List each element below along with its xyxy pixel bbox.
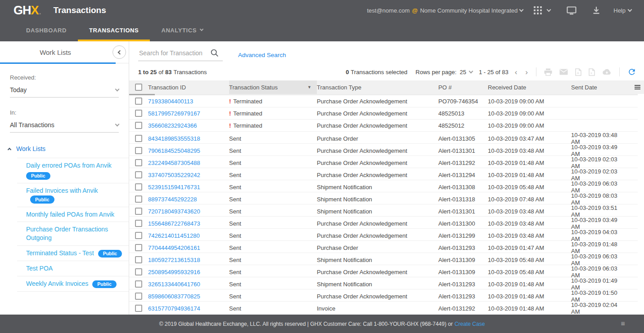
worklist-item[interactable]: Terminated Status - TestPublic bbox=[17, 246, 129, 261]
transaction-id-link[interactable]: 7426214011451280 bbox=[148, 232, 229, 239]
create-case-link[interactable]: Create Case bbox=[455, 321, 485, 327]
row-checkbox[interactable] bbox=[135, 147, 142, 154]
transaction-id-link[interactable]: 5239151594176731 bbox=[148, 184, 229, 191]
received-date: 10-03-2019 03:48 AM bbox=[488, 208, 571, 215]
rows-per-page-select[interactable]: Rows per page: 25 bbox=[415, 69, 473, 75]
in-filter-select[interactable]: All Transactions bbox=[10, 121, 119, 133]
row-checkbox[interactable] bbox=[135, 256, 142, 263]
transaction-id-link[interactable]: 71933804400113 bbox=[148, 98, 229, 105]
row-checkbox[interactable] bbox=[135, 293, 142, 300]
transaction-id-link[interactable]: 889737445292228 bbox=[148, 196, 229, 203]
worklist-item[interactable]: Daily errored POAs from AnvikPublic bbox=[17, 158, 129, 183]
row-checkbox[interactable] bbox=[135, 122, 142, 129]
transaction-type: Purchase Order Acknowledgement bbox=[317, 232, 438, 239]
worklist-item[interactable]: Purchase Order Transactions Outgoing bbox=[17, 222, 129, 246]
search-icon[interactable] bbox=[210, 49, 219, 58]
row-checkbox[interactable] bbox=[135, 171, 142, 178]
row-checkbox[interactable] bbox=[135, 268, 142, 275]
transaction-id-link[interactable]: 8598606083770825 bbox=[148, 293, 229, 300]
transaction-type: Purchase Order bbox=[317, 244, 438, 251]
worklist-item-link[interactable]: Test POA bbox=[26, 265, 53, 272]
transaction-id-link[interactable]: 356608232924366 bbox=[148, 122, 229, 129]
worklist-item[interactable]: Monthly failed POAs from Anvik bbox=[17, 207, 129, 222]
row-checkbox[interactable] bbox=[135, 195, 142, 203]
transaction-type: Purchase Order Acknowledgement bbox=[317, 293, 438, 300]
sidebar-collapse-button[interactable] bbox=[113, 45, 126, 59]
status-text: Sent bbox=[229, 147, 241, 154]
transaction-id-link[interactable]: 3265133440641760 bbox=[148, 281, 229, 288]
row-checkbox[interactable] bbox=[135, 280, 142, 288]
table-row: 3374075035229242SentPurchase Order Ackno… bbox=[129, 168, 638, 180]
transaction-id-link[interactable]: 3374075035229242 bbox=[148, 172, 229, 178]
apps-chevron-down-icon bbox=[547, 7, 551, 12]
search-input[interactable] bbox=[138, 49, 210, 57]
transaction-id-link[interactable]: 2508954995932916 bbox=[148, 269, 229, 275]
export-excel-button[interactable]: x bbox=[587, 68, 596, 76]
worklist-item-link[interactable]: Monthly failed POAs from Anvik bbox=[26, 211, 114, 218]
transaction-status: Sent bbox=[229, 160, 317, 166]
advanced-search-link[interactable]: Advanced Search bbox=[238, 52, 286, 58]
transaction-id-link[interactable]: 2322494587305488 bbox=[148, 160, 229, 166]
horizontal-scrollbar[interactable] bbox=[129, 94, 638, 95]
column-header-transaction-id[interactable]: Transaction ID bbox=[148, 80, 229, 94]
transaction-id-link[interactable]: 6315770794936174 bbox=[148, 305, 229, 312]
tab-label: DASHBOARD bbox=[26, 27, 67, 34]
scrollbar-thumb[interactable] bbox=[129, 94, 155, 95]
worklist-item-link[interactable]: Daily errored POAs from Anvik bbox=[26, 162, 112, 169]
header-checkbox[interactable] bbox=[135, 84, 142, 91]
row-checkbox[interactable] bbox=[135, 159, 142, 166]
print-button[interactable] bbox=[543, 68, 554, 76]
worklist-item[interactable]: Weekly Anvik InvoicesPublic bbox=[17, 276, 129, 292]
column-header-transaction-type[interactable]: Transaction Type bbox=[317, 80, 438, 94]
po-number: Alert-0131293 bbox=[438, 293, 488, 300]
worklists-tree-toggle[interactable]: Work Lists bbox=[0, 145, 129, 152]
apps-grid-button[interactable] bbox=[534, 6, 550, 14]
row-checkbox[interactable] bbox=[135, 232, 142, 239]
account-menu[interactable]: test@nome.com @ Nome Community Hospital … bbox=[367, 7, 523, 14]
row-checkbox[interactable] bbox=[135, 208, 142, 215]
transaction-id-link[interactable]: 1556486722768473 bbox=[148, 220, 229, 227]
column-header-transaction-status[interactable]: Transaction Status▼ bbox=[229, 80, 317, 94]
row-checkbox[interactable] bbox=[135, 244, 142, 251]
row-checkbox[interactable] bbox=[135, 98, 142, 105]
worklist-item-link[interactable]: Purchase Order Transactions Outgoing bbox=[26, 226, 108, 241]
previous-page-button[interactable]: ‹ bbox=[513, 68, 519, 76]
tab-analytics[interactable]: ANALYTICS bbox=[150, 21, 214, 41]
transaction-id-link[interactable]: 7207180493743620 bbox=[148, 208, 229, 215]
column-menu-icon[interactable] bbox=[635, 85, 640, 89]
received-filter-select[interactable]: Today bbox=[10, 86, 119, 98]
worklist-item[interactable]: Test POA bbox=[17, 261, 129, 276]
worklist-item[interactable]: Failed Invoices with AnvikPublic bbox=[17, 183, 129, 207]
row-checkbox[interactable] bbox=[135, 220, 142, 227]
next-page-button[interactable]: › bbox=[523, 68, 530, 76]
email-button[interactable] bbox=[558, 69, 569, 75]
cloud-download-button[interactable] bbox=[601, 69, 613, 75]
tab-transactions[interactable]: TRANSACTIONS bbox=[78, 21, 150, 41]
worklist-item-link[interactable]: Terminated Status - Test bbox=[26, 249, 94, 257]
transaction-type: Shipment Notification bbox=[317, 257, 438, 263]
export-pdf-button[interactable]: A bbox=[574, 68, 583, 76]
column-header-received-date[interactable]: Received Date bbox=[488, 80, 571, 94]
transaction-id-link[interactable]: 7704444954206161 bbox=[148, 244, 229, 251]
row-checkbox[interactable] bbox=[135, 110, 142, 117]
transaction-id-link[interactable]: 7906184525048295 bbox=[148, 147, 229, 154]
help-menu[interactable]: Help bbox=[613, 7, 631, 14]
transaction-id-link[interactable]: 1805927213615318 bbox=[148, 257, 229, 263]
transaction-id-link[interactable]: 8434189853555318 bbox=[148, 135, 229, 142]
transaction-id-link[interactable]: 5817995726979167 bbox=[148, 110, 229, 117]
row-checkbox[interactable] bbox=[135, 305, 142, 312]
public-badge: Public bbox=[26, 172, 50, 180]
worklist-item-link[interactable]: Failed Invoices with Anvik bbox=[26, 187, 98, 194]
column-header-sent-date[interactable]: Sent Date bbox=[571, 80, 627, 94]
download-button[interactable] bbox=[593, 6, 600, 14]
column-header-po[interactable]: PO # bbox=[438, 80, 488, 94]
monitor-button[interactable] bbox=[567, 6, 576, 15]
footer-glyph-icon: ▦ bbox=[621, 321, 625, 326]
row-checkbox[interactable] bbox=[135, 183, 142, 191]
row-checkbox[interactable] bbox=[135, 135, 142, 142]
transaction-type: Invoice bbox=[317, 305, 438, 312]
refresh-button[interactable] bbox=[626, 67, 638, 76]
received-date: 10-03-2019 07:48 AM bbox=[488, 196, 571, 203]
worklist-item-link[interactable]: Weekly Anvik Invoices bbox=[26, 280, 88, 287]
tab-dashboard[interactable]: DASHBOARD bbox=[15, 21, 78, 41]
